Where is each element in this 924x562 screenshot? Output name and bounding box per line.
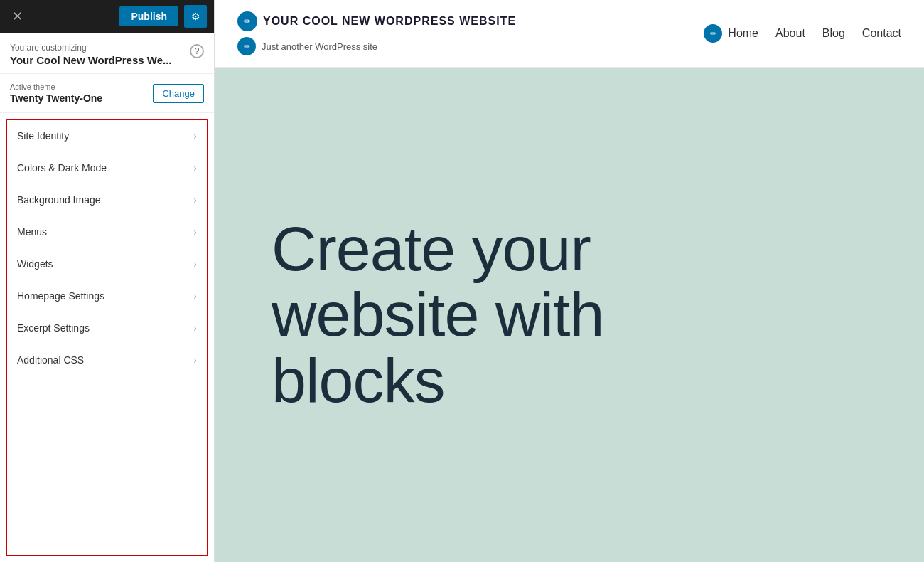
chevron-right-icon: › [193,290,197,302]
chevron-right-icon: › [193,258,197,270]
nav-blog[interactable]: Blog [822,27,845,40]
nav-item-label-additional-css: Additional CSS [17,354,84,366]
nav-item-label-menus: Menus [17,226,47,238]
customizer-panel: ✕ Publish ⚙ You are customizing Your Coo… [0,0,215,562]
nav-about[interactable]: About [775,27,805,40]
customizer-nav-menu: Site Identity › Colors & Dark Mode › Bac… [6,119,208,556]
nav-item-widgets[interactable]: Widgets › [7,248,207,280]
hero-line3: blocks [272,345,444,415]
nav-item-excerpt-settings[interactable]: Excerpt Settings › [7,312,207,344]
hero-line2: website with [272,279,603,349]
edit-site-title-icon[interactable]: ✏ [237,11,257,31]
site-title-row: ✏ YOUR COOL NEW WORDPRESS WEBSITE [237,11,692,31]
nav-item-label-colors-dark-mode: Colors & Dark Mode [17,162,107,174]
nav-item-background-image[interactable]: Background Image › [7,184,207,216]
settings-icon-button[interactable]: ⚙ [184,5,207,28]
site-navigation: ✏ Home About Blog Contact [704,24,901,43]
nav-links: Home About Blog Contact [728,27,901,40]
publish-button[interactable]: Publish [119,6,178,26]
nav-item-menus[interactable]: Menus › [7,216,207,248]
chevron-right-icon: › [193,226,197,238]
top-bar: ✕ Publish ⚙ [0,0,214,33]
nav-item-colors-dark-mode[interactable]: Colors & Dark Mode › [7,152,207,184]
nav-item-additional-css[interactable]: Additional CSS › [7,344,207,376]
site-logo-area: ✏ YOUR COOL NEW WORDPRESS WEBSITE ✏ Just… [237,11,692,55]
preview-area: ✏ YOUR COOL NEW WORDPRESS WEBSITE ✏ Just… [215,0,924,562]
customizing-site-name: Your Cool New WordPress We... [10,54,172,66]
edit-nav-icon[interactable]: ✏ [704,24,722,43]
nav-item-site-identity[interactable]: Site Identity › [7,120,207,152]
nav-item-label-widgets: Widgets [17,258,53,270]
help-icon[interactable]: ? [190,44,204,58]
gear-icon: ⚙ [191,11,200,22]
nav-home[interactable]: Home [728,27,758,40]
change-theme-button[interactable]: Change [153,84,204,103]
chevron-right-icon: › [193,322,197,334]
pencil-icon: ✏ [244,16,251,26]
chevron-right-icon: › [193,194,197,206]
site-title: YOUR COOL NEW WORDPRESS WEBSITE [263,15,516,28]
site-header: ✏ YOUR COOL NEW WORDPRESS WEBSITE ✏ Just… [215,0,924,68]
nav-item-homepage-settings[interactable]: Homepage Settings › [7,280,207,312]
chevron-right-icon: › [193,130,197,142]
nav-item-label-background-image: Background Image [17,194,101,206]
hero-section: Create your website with blocks [215,68,924,562]
pencil-icon-nav: ✏ [710,29,716,38]
chevron-right-icon: › [193,354,197,366]
customizing-label: You are customizing [10,43,172,53]
close-button[interactable]: ✕ [7,6,27,26]
nav-item-label-homepage-settings: Homepage Settings [17,290,104,302]
pencil-icon-tagline: ✏ [244,42,250,51]
hero-text: Create your website with blocks [272,216,603,413]
site-tagline-row: ✏ Just another WordPress site [237,37,692,55]
nav-contact[interactable]: Contact [862,27,901,40]
active-theme-section: Active theme Twenty Twenty-One Change [0,74,214,113]
chevron-right-icon: › [193,162,197,174]
hero-line1: Create your [272,213,591,284]
site-tagline: Just another WordPress site [262,41,377,52]
nav-item-label-excerpt-settings: Excerpt Settings [17,322,90,334]
customizing-info: You are customizing Your Cool New WordPr… [0,33,214,74]
nav-item-label-site-identity: Site Identity [17,130,69,142]
active-theme-label: Active theme [10,83,102,91]
edit-tagline-icon[interactable]: ✏ [237,37,256,55]
active-theme-name: Twenty Twenty-One [10,92,102,104]
